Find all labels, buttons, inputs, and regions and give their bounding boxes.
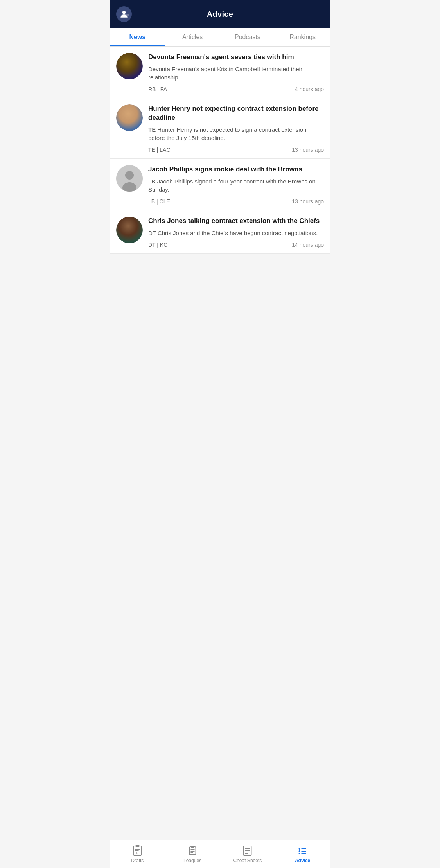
svg-point-22: [299, 848, 300, 850]
news-item-top: Jacob Phillips signs rookie deal with th…: [116, 165, 324, 205]
player-avatar-phillips: [116, 165, 143, 192]
news-item-freeman[interactable]: Devonta Freeman's agent severs ties with…: [110, 47, 330, 98]
news-item-top: Devonta Freeman's agent severs ties with…: [116, 53, 324, 92]
player-avatar-freeman: [116, 53, 143, 79]
news-meta-henry: TE | LAC 13 hours ago: [148, 147, 324, 153]
news-item-jones[interactable]: Chris Jones talking contract extension w…: [110, 210, 330, 254]
news-item-top: Hunter Henry not expecting contract exte…: [116, 104, 324, 153]
nav-cheatsheets[interactable]: Cheat Sheets: [220, 840, 275, 868]
news-summary-jones: DT Chris Jones and the Chiefs have begun…: [148, 229, 324, 237]
app-header: Advice: [110, 0, 330, 28]
news-meta-phillips: LB | CLE 13 hours ago: [148, 198, 324, 205]
news-summary-freeman: Devonta Freeman's agent Kristin Campbell…: [148, 65, 324, 81]
news-summary-phillips: LB Jacob Phillips signed a four-year con…: [148, 177, 324, 194]
nav-drafts-label: Drafts: [131, 858, 144, 863]
news-time-phillips: 13 hours ago: [292, 198, 324, 205]
nav-drafts[interactable]: F Drafts: [110, 840, 165, 868]
nav-advice-label: Advice: [295, 858, 310, 863]
news-title-freeman: Devonta Freeman's agent severs ties with…: [148, 53, 324, 62]
svg-point-23: [299, 850, 300, 852]
news-title-jones: Chris Jones talking contract extension w…: [148, 217, 324, 226]
news-title-henry: Hunter Henry not expecting contract exte…: [148, 104, 324, 122]
news-tag-henry: TE | LAC: [148, 147, 171, 153]
svg-rect-3: [126, 16, 129, 16]
news-summary-henry: TE Hunter Henry is not expected to sign …: [148, 126, 324, 142]
svg-rect-2: [126, 15, 129, 16]
drafts-icon: F: [132, 845, 143, 856]
news-tag-jones: DT | KC: [148, 242, 167, 248]
svg-rect-17: [244, 846, 251, 855]
header-title: Advice: [207, 10, 233, 19]
tab-news[interactable]: News: [110, 28, 165, 46]
player-avatar-henry: [116, 104, 143, 131]
tab-rankings[interactable]: Rankings: [275, 28, 330, 46]
avatar-icon: [116, 6, 132, 22]
news-tag-freeman: RB | FA: [148, 86, 167, 92]
news-list: Devonta Freeman's agent severs ties with…: [110, 47, 330, 254]
news-content-jones: Chris Jones talking contract extension w…: [148, 217, 324, 248]
nav-leagues[interactable]: Leagues: [165, 840, 220, 868]
nav-advice[interactable]: Advice: [275, 840, 330, 868]
news-title-phillips: Jacob Phillips signs rookie deal with th…: [148, 165, 324, 174]
tab-podcasts[interactable]: Podcasts: [220, 28, 275, 46]
leagues-icon: [187, 845, 198, 856]
news-item-henry[interactable]: Hunter Henry not expecting contract exte…: [110, 98, 330, 159]
news-content-phillips: Jacob Phillips signs rookie deal with th…: [148, 165, 324, 205]
svg-point-0: [122, 11, 126, 14]
user-avatar-button[interactable]: [116, 6, 132, 22]
news-time-henry: 13 hours ago: [292, 147, 324, 153]
nav-cheatsheets-label: Cheat Sheets: [233, 858, 262, 863]
svg-point-5: [125, 171, 134, 180]
tab-articles[interactable]: Articles: [165, 28, 220, 46]
silhouette-svg: [116, 165, 143, 192]
advice-icon: [297, 845, 308, 856]
news-time-jones: 14 hours ago: [292, 242, 324, 248]
news-time-freeman: 4 hours ago: [295, 86, 324, 92]
nav-leagues-label: Leagues: [183, 858, 201, 863]
news-content-henry: Hunter Henry not expecting contract exte…: [148, 104, 324, 153]
news-meta-freeman: RB | FA 4 hours ago: [148, 86, 324, 92]
svg-point-24: [299, 853, 300, 854]
cheatsheets-icon: [242, 845, 253, 856]
player-avatar-jones: [116, 217, 143, 243]
svg-rect-13: [191, 846, 194, 848]
news-item-top: Chris Jones talking contract extension w…: [116, 217, 324, 248]
news-item-phillips[interactable]: Jacob Phillips signs rookie deal with th…: [110, 159, 330, 210]
tab-bar: News Articles Podcasts Rankings: [110, 28, 330, 47]
svg-rect-12: [189, 847, 196, 855]
news-meta-jones: DT | KC 14 hours ago: [148, 242, 324, 248]
svg-text:F: F: [136, 851, 139, 855]
news-content-freeman: Devonta Freeman's agent severs ties with…: [148, 53, 324, 92]
bottom-nav: F Drafts Leagues Cheat S: [110, 840, 330, 868]
news-tag-phillips: LB | CLE: [148, 198, 170, 205]
svg-rect-8: [136, 845, 139, 847]
svg-rect-1: [126, 14, 129, 14]
